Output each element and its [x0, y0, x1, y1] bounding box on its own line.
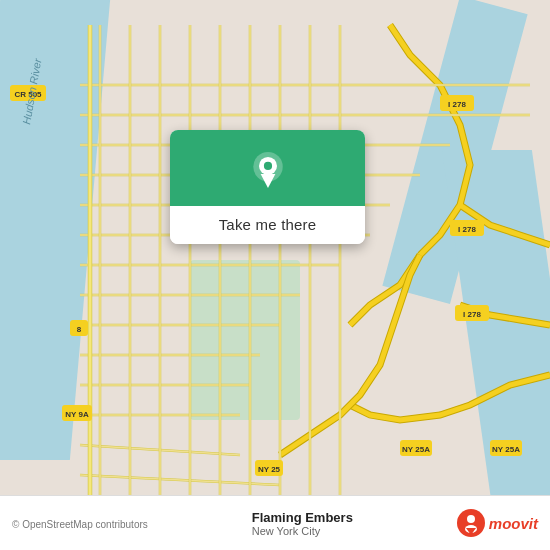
svg-text:I 278: I 278 [458, 225, 476, 234]
attribution-text: © OpenStreetMap contributors [12, 514, 148, 532]
svg-text:NY 25: NY 25 [258, 465, 281, 474]
card-header [170, 130, 365, 206]
location-name: Flaming Embers [252, 510, 353, 525]
moovit-label: moovit [489, 515, 538, 532]
location-pin-icon [250, 152, 286, 188]
svg-text:8: 8 [77, 325, 82, 334]
moovit-logo: moovit [457, 509, 538, 537]
svg-text:I 278: I 278 [463, 310, 481, 319]
svg-marker-70 [260, 174, 275, 188]
svg-text:NY 25A: NY 25A [492, 445, 520, 454]
svg-point-72 [467, 515, 475, 523]
navigation-card: Take me there [170, 130, 365, 244]
take-me-there-button[interactable]: Take me there [219, 216, 317, 233]
map-container: .road-major { stroke: #f5e87a; stroke-wi… [0, 0, 550, 550]
card-body[interactable]: Take me there [170, 206, 365, 244]
location-info: Flaming Embers New York City [252, 510, 353, 537]
road-network: .road-major { stroke: #f5e87a; stroke-wi… [0, 0, 550, 550]
bottom-bar: © OpenStreetMap contributors Flaming Emb… [0, 495, 550, 550]
svg-text:I 278: I 278 [448, 100, 466, 109]
svg-point-69 [263, 162, 271, 170]
moovit-icon [457, 509, 485, 537]
svg-text:NY 25A: NY 25A [402, 445, 430, 454]
location-city: New York City [252, 525, 353, 537]
svg-text:NY 9A: NY 9A [65, 410, 89, 419]
